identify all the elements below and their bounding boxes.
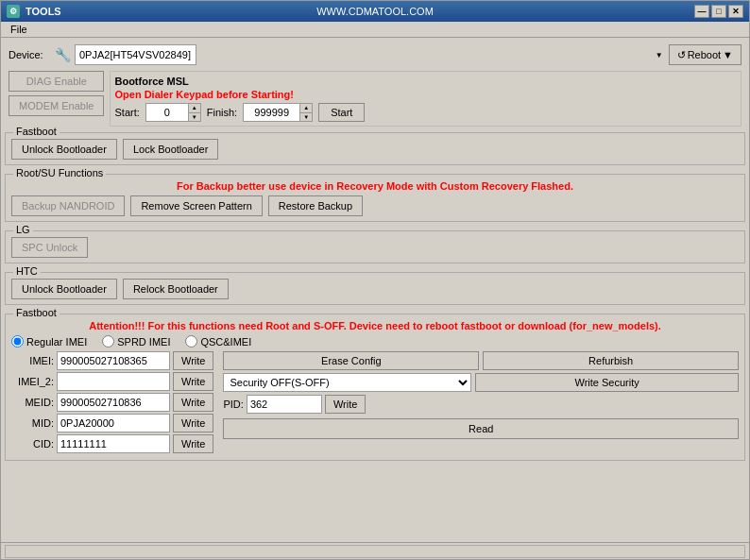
pid-row: PID: Write	[223, 395, 739, 414]
radio-sprd-imei[interactable]: SPRD IMEI	[102, 335, 170, 348]
imei2-write-button[interactable]: Write	[173, 372, 213, 391]
fastboot2-content: Attention!!! For this functions need Roo…	[11, 320, 739, 455]
app-icon: ⚙	[7, 5, 20, 18]
cid-label: CID:	[11, 438, 54, 450]
radio-qsc-imei[interactable]: QSC&IMEI	[185, 335, 251, 348]
minimize-button[interactable]: —	[694, 5, 709, 18]
radio-regular-imei[interactable]: Regular IMEI	[11, 335, 87, 348]
status-bar	[1, 542, 749, 559]
pid-write-button[interactable]: Write	[325, 395, 366, 414]
imei2-row: IMEI_2: Write	[11, 372, 213, 391]
device-select[interactable]: 0PJA2[HT54VSV02849]	[75, 44, 196, 65]
imei-label: IMEI:	[11, 355, 54, 366]
reboot-arrow-icon: ▼	[723, 49, 733, 60]
erase-config-button[interactable]: Erase Config	[223, 351, 479, 370]
device-row: Device: 🔧 0PJA2[HT54VSV02849] ↺ Reboot ▼	[5, 42, 745, 68]
device-icon: 🔧	[55, 47, 71, 62]
imei-input[interactable]	[57, 351, 170, 370]
pid-label: PID:	[223, 399, 243, 410]
lg-content: SPC Unlock	[11, 237, 739, 258]
title-bar-left: ⚙ TOOLS	[7, 5, 61, 18]
imei2-label: IMEI_2:	[11, 376, 54, 387]
finish-spin-box: ▲ ▼	[299, 103, 313, 122]
security-select[interactable]: Security OFF(S-OFF)	[223, 373, 471, 392]
mid-label: MID:	[11, 417, 54, 429]
reboot-button[interactable]: ↺ Reboot ▼	[669, 44, 741, 65]
meid-label: MEID:	[11, 397, 54, 408]
finish-spin-down[interactable]: ▼	[300, 113, 312, 122]
lg-group: LG SPC Unlock	[5, 230, 745, 263]
finish-spinner: ▲ ▼	[243, 103, 313, 122]
lg-label: LG	[13, 224, 33, 235]
start-label: Start:	[114, 107, 139, 118]
cid-row: CID: Write	[11, 434, 213, 453]
imei2-input[interactable]	[57, 372, 170, 391]
close-button[interactable]: ✕	[728, 5, 743, 18]
refurbish-button[interactable]: Refurbish	[483, 351, 739, 370]
rootsu-group: Root/SU Functions For Backup better use …	[5, 174, 745, 222]
finish-spin-up[interactable]: ▲	[300, 104, 312, 113]
title-bar: ⚙ TOOLS WWW.CDMATOOL.COM — □ ✕	[1, 1, 749, 22]
mid-input[interactable]	[57, 414, 170, 433]
diag-enable-button[interactable]: DIAG Enable	[9, 71, 104, 92]
start-spin-box: ▲ ▼	[188, 103, 201, 122]
cid-write-button[interactable]: Write	[173, 434, 213, 453]
relock-bootloader-button[interactable]: Relock Bootloader	[123, 279, 229, 299]
unlock-bootloader-button-2[interactable]: Unlock Bootloader	[11, 279, 117, 299]
fastboot1-label: Fastboot	[13, 126, 60, 137]
htc-content: Unlock Bootloader Relock Bootloader	[11, 279, 739, 299]
reboot-icon: ↺	[677, 49, 686, 61]
unlock-bootloader-button-1[interactable]: Unlock Bootloader	[11, 139, 117, 160]
reboot-label: Reboot	[688, 49, 721, 60]
write-security-button[interactable]: Write Security	[475, 373, 739, 392]
fastboot1-content: Unlock Bootloader Lock Bootloader	[11, 139, 739, 160]
pid-input[interactable]	[247, 395, 322, 414]
finish-input[interactable]	[243, 103, 299, 122]
meid-write-button[interactable]: Write	[173, 393, 213, 412]
radio-qsc-imei-input[interactable]	[185, 335, 197, 348]
fastboot1-group: Fastboot Unlock Bootloader Lock Bootload…	[5, 132, 745, 165]
meid-input[interactable]	[57, 393, 170, 412]
spc-unlock-button[interactable]: SPC Unlock	[11, 237, 88, 258]
finish-label: Finish:	[207, 107, 237, 118]
file-menu[interactable]: File	[5, 22, 33, 37]
imei-radio-row: Regular IMEI SPRD IMEI QSC&IMEI	[11, 335, 739, 348]
cid-input[interactable]	[57, 434, 170, 453]
main-window: ⚙ TOOLS WWW.CDMATOOL.COM — □ ✕ File Devi…	[0, 0, 750, 560]
fastboot2-group: Fastboot Attention!!! For this functions…	[5, 314, 745, 461]
read-row: Read	[223, 418, 739, 439]
fastboot2-label: Fastboot	[13, 307, 60, 318]
title-text: TOOLS	[26, 6, 61, 17]
rootsu-btn-row: Backup NANDROID Remove Screen Pattern Re…	[11, 195, 739, 216]
status-panel	[5, 545, 745, 558]
remove-screen-pattern-button[interactable]: Remove Screen Pattern	[130, 195, 262, 216]
radio-regular-imei-input[interactable]	[11, 335, 24, 348]
rootsu-label: Root/SU Functions	[13, 167, 106, 178]
bootforce-start-button[interactable]: Start	[318, 103, 365, 122]
maximize-button[interactable]: □	[711, 5, 726, 18]
restore-backup-button[interactable]: Restore Backup	[268, 195, 363, 216]
rootsu-warning: For Backup better use device in Recovery…	[11, 180, 739, 192]
main-content: Device: 🔧 0PJA2[HT54VSV02849] ↺ Reboot ▼…	[1, 38, 749, 542]
fastboot2-right: Erase Config Refurbish Security OFF(S-OF…	[223, 351, 739, 455]
bootforce-warning: Open Dialer Keypad before Starting!	[114, 89, 737, 100]
start-input[interactable]	[145, 103, 188, 122]
imei-row: IMEI: Write	[11, 351, 213, 370]
security-row: Security OFF(S-OFF) Write Security	[223, 373, 739, 392]
device-select-wrapper: 0PJA2[HT54VSV02849]	[75, 44, 665, 65]
backup-nandroid-button[interactable]: Backup NANDROID	[11, 195, 125, 216]
radio-sprd-imei-input[interactable]	[102, 335, 114, 348]
start-spin-down[interactable]: ▼	[189, 113, 200, 122]
start-spin-up[interactable]: ▲	[189, 104, 200, 113]
htc-label: HTC	[13, 265, 41, 277]
lock-bootloader-button[interactable]: Lock Bootloader	[123, 139, 219, 160]
mid-row: MID: Write	[11, 414, 213, 433]
start-finish-row: Start: ▲ ▼ Finish: ▲ ▼	[114, 103, 737, 122]
subtitle-text: WWW.CDMATOOL.COM	[316, 6, 434, 17]
fastboot2-warning: Attention!!! For this functions need Roo…	[11, 320, 739, 331]
imei-write-button[interactable]: Write	[173, 351, 213, 370]
read-button[interactable]: Read	[223, 418, 739, 439]
mid-write-button[interactable]: Write	[173, 414, 213, 433]
modem-enable-button[interactable]: MODEM Enable	[9, 95, 104, 116]
title-controls: — □ ✕	[694, 5, 743, 18]
